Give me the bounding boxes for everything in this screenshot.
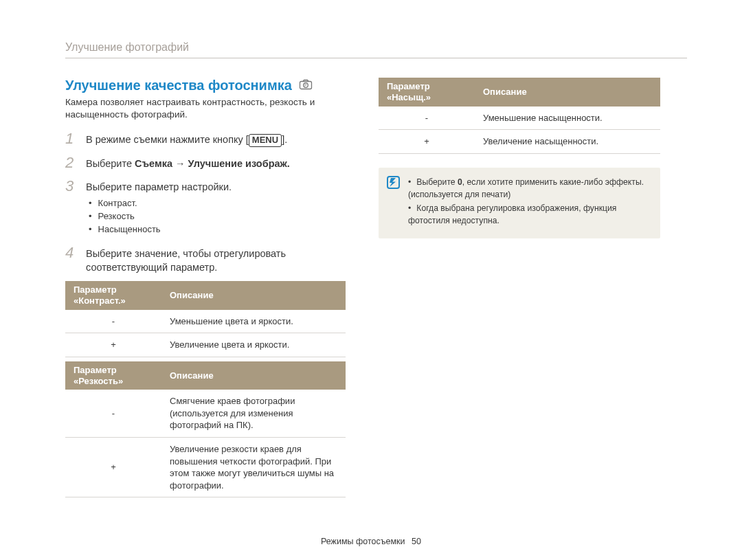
table-row: + Увеличение резкости краев для повышени…	[65, 437, 346, 497]
table-cell-desc: Уменьшение насыщенности.	[475, 107, 660, 130]
page-title: Улучшение качества фотоснимка	[65, 78, 292, 93]
table-header: Параметр «Насыщ.»	[379, 78, 475, 107]
right-column: Параметр «Насыщ.» Описание - Уменьшение …	[379, 78, 660, 500]
table-cell-desc: Увеличение резкости краев для повышения …	[161, 437, 346, 497]
table-cell-symbol: -	[65, 310, 161, 333]
camera-program-mode-icon: P	[299, 79, 313, 89]
footer-section-label: Режимы фотосъемки	[321, 537, 405, 546]
table-cell-desc: Увеличение цвета и яркости.	[161, 333, 346, 357]
list-item: Насыщенность	[89, 223, 232, 236]
table-row: - Уменьшение цвета и яркости.	[65, 310, 346, 333]
note-list: Выберите 0, если хотите применить какие-…	[408, 176, 651, 229]
step-number: 1	[65, 131, 78, 147]
menu-button-label: MENU	[249, 134, 282, 147]
table-cell-symbol: +	[65, 437, 161, 497]
table-row: + Увеличение цвета и яркости.	[65, 333, 346, 357]
sharpness-table: Параметр «Резкость» Описание - Смягчение…	[65, 361, 346, 497]
note-box: Выберите 0, если хотите применить какие-…	[379, 168, 660, 238]
step-number: 4	[65, 245, 78, 275]
list-item: Когда выбрана регулировка изображения, ф…	[408, 202, 651, 227]
step-text: Выберите значение, чтобы отрегулировать …	[86, 245, 346, 275]
table-cell-desc: Уменьшение цвета и яркости.	[161, 310, 346, 333]
table-header: Параметр «Контраст.»	[65, 281, 161, 310]
info-note-icon	[387, 176, 400, 189]
page-footer: Режимы фотосъемки 50	[0, 537, 742, 546]
table-header: Описание	[161, 281, 346, 310]
step-number: 3	[65, 178, 78, 238]
step-1: 1 В режиме съемки нажмите кнопку [MENU].	[65, 131, 346, 147]
step-text: Выберите Съемка → Улучшение изображ.	[86, 155, 290, 171]
table-header: Описание	[475, 78, 660, 107]
step-text: В режиме съемки нажмите кнопку [MENU].	[86, 131, 287, 147]
step-3-bullets: Контраст. Резкость Насыщенность	[89, 197, 232, 236]
saturation-table: Параметр «Насыщ.» Описание - Уменьшение …	[379, 78, 660, 154]
table-cell-desc: Увеличение насыщенности.	[475, 130, 660, 154]
table-header: Описание	[161, 361, 346, 390]
table-cell-symbol: -	[379, 107, 475, 130]
table-row: - Уменьшение насыщенности.	[379, 107, 660, 130]
list-item: Контраст.	[89, 197, 232, 210]
table-cell-symbol: -	[65, 390, 161, 437]
table-cell-symbol: +	[65, 333, 161, 357]
step-text: Выберите параметр настройки. Контраст. Р…	[86, 178, 232, 238]
step-number: 2	[65, 155, 78, 171]
step-2: 2 Выберите Съемка → Улучшение изображ.	[65, 155, 346, 171]
intro-text: Камера позволяет настраивать контрастнос…	[65, 96, 346, 121]
page-number: 50	[412, 537, 421, 546]
left-column: Улучшение качества фотоснимка P Камера п…	[65, 78, 346, 500]
table-header: Параметр «Резкость»	[65, 361, 161, 390]
table-cell-symbol: +	[379, 130, 475, 154]
list-item: Резкость	[89, 210, 232, 223]
list-item: Выберите 0, если хотите применить какие-…	[408, 176, 651, 201]
step-3: 3 Выберите параметр настройки. Контраст.…	[65, 178, 346, 238]
table-row: - Смягчение краев фотографии (использует…	[65, 390, 346, 437]
table-row: + Увеличение насыщенности.	[379, 130, 660, 154]
chapter-title: Улучшение фотографий	[65, 41, 687, 58]
contrast-table: Параметр «Контраст.» Описание - Уменьшен…	[65, 281, 346, 357]
step-4: 4 Выберите значение, чтобы отрегулироват…	[65, 245, 346, 275]
table-cell-desc: Смягчение краев фотографии (используется…	[161, 390, 346, 437]
